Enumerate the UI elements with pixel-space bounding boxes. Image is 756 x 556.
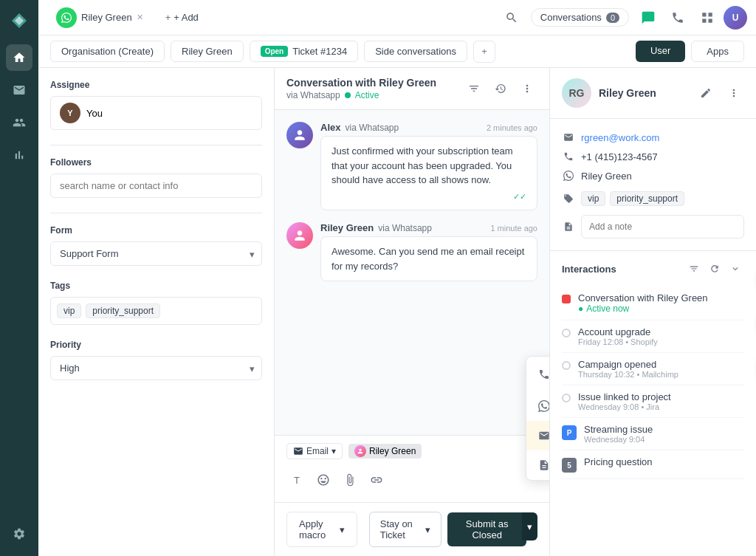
int1-title: Conversation with Riley Green [578,292,744,303]
subtab-apps-btn[interactable]: Apps [691,41,744,62]
contact-tags-row: vip priority_support [562,185,744,212]
compose-bar: Email ▾ Riley Green T [275,435,549,502]
apply-macro-btn[interactable]: Apply macro ▾ [286,512,357,547]
conversations-badge: 0 [606,13,619,23]
subtab-side-conv[interactable]: Side conversations [364,41,467,62]
tags-section: Tags vip priority_support [50,281,262,325]
user-avatar[interactable]: U [724,6,747,30]
contact-tag-vip: vip [581,191,605,206]
dropdown-email[interactable]: Email [526,421,549,450]
sidebar-item-contacts[interactable] [6,109,32,136]
int4-dot [562,394,571,402]
conversations-btn[interactable]: Conversations 0 [531,8,629,27]
form-label: Form [50,225,262,236]
assignee-name: You [86,108,103,119]
filter-icon[interactable] [464,78,484,99]
compose-to-badge[interactable]: Riley Green [348,444,422,459]
conv-title: Conversation with Riley Green [286,77,436,89]
add-label: + Add [173,12,199,23]
sidebar-item-reports[interactable] [6,142,32,168]
edit-contact-btn[interactable] [695,83,716,103]
subtab-org[interactable]: Organisation (Create) [50,41,165,62]
riley-avatar [286,222,313,249]
int6-title: Pricing question [584,456,744,467]
subtab-ticket[interactable]: Open Ticket #1234 [250,41,359,62]
submit-closed-btn[interactable]: Submit as Closed [447,512,526,546]
interaction-6[interactable]: 5 Pricing question [562,450,744,479]
attach-btn[interactable] [340,470,360,490]
history-icon[interactable] [490,78,511,99]
int1-sub-text: Active now [586,303,629,314]
interactions-refresh-icon[interactable] [706,260,724,278]
assignee-section: Assignee Y You [50,80,262,130]
tags-container[interactable]: vip priority_support [50,297,262,325]
compose-top: Email ▾ Riley Green [286,443,537,459]
add-icon: + [165,12,171,23]
dropdown-whatsapp[interactable]: Whatsapp [526,391,549,421]
subtab-add-btn[interactable]: + [473,41,495,63]
priority-section: Priority High ▾ [50,340,262,380]
phone-icon-btn[interactable] [664,4,691,31]
compose-channel-chevron: ▾ [331,446,336,456]
dropdown-call[interactable]: Call Enter a number [526,357,549,391]
contact-email-row: rgreen@work.com [562,128,744,147]
more-icon[interactable] [517,78,537,99]
note-contact-icon [562,220,575,233]
msg2-bubble: Awesome. Can you send me an email receip… [320,236,537,281]
more-contact-btn[interactable] [724,83,744,103]
note-icon [537,458,549,473]
int1-sub: ● Active now [578,303,744,314]
int4-title: Issue linked to project [578,391,744,402]
note-input[interactable] [581,215,744,238]
interaction-1[interactable]: Conversation with Riley Green ● Active n… [562,286,744,320]
msg1-time: 2 minutes ago [487,123,537,132]
msg2-via: via Whatsapp [378,223,432,233]
conv-channel: via Whatsapp [286,90,340,100]
add-tab-btn[interactable]: + + Add [158,9,206,26]
dropdown-internal[interactable]: Internal note [526,450,549,480]
sidebar-item-inbox[interactable] [6,77,32,103]
interaction-3[interactable]: Campaign opened Thursday 10:32 • Mailchi… [562,353,744,385]
subtab-user-btn[interactable]: User [636,41,685,62]
subtab-riley[interactable]: Riley Green [171,41,244,62]
interaction-5[interactable]: P Streaming issue Wednesday 9:04 [562,418,744,450]
submit-dropdown-btn[interactable]: ▾ [522,512,537,540]
sidebar-item-settings[interactable] [6,521,32,547]
int1-body: Conversation with Riley Green ● Active n… [578,292,744,314]
interaction-4[interactable]: Issue linked to project Wednesday 9:08 •… [562,385,744,418]
macro-chevron: ▾ [340,524,345,535]
message-1: Alex via Whatsapp 2 minutes ago Just con… [286,122,537,210]
text-format-btn[interactable]: T [286,470,307,490]
messages-area: Alex via Whatsapp 2 minutes ago Just con… [275,110,549,435]
tab-whatsapp-contact[interactable]: Riley Green ✕ [47,3,152,32]
conv-header-actions [464,78,537,99]
stay-on-ticket-btn[interactable]: Stay on Ticket ▾ [369,512,442,547]
interaction-2[interactable]: Account upgrade Friday 12:08 • Shopify [562,320,744,353]
form-select[interactable]: Support Form [50,241,262,266]
chat-icon-btn[interactable] [635,4,662,31]
contact-tags: vip priority_support [581,188,684,209]
contact-tag-priority: priority_support [610,191,684,206]
interactions-collapse-icon[interactable] [726,260,744,278]
tab-close-btn[interactable]: ✕ [137,13,143,22]
priority-select[interactable]: High [50,356,262,380]
link-btn[interactable] [366,470,387,490]
grid-icon-btn[interactable] [694,4,721,31]
interactions-filter-icon[interactable] [685,260,703,278]
tag-vip: vip [57,303,81,318]
search-btn[interactable] [498,4,525,31]
assignee-box[interactable]: Y You [50,96,262,130]
sidebar-item-home[interactable] [6,44,32,71]
whatsapp-menu-icon [537,399,549,413]
msg2-text: Awesome. Can you send me an email receip… [331,246,524,272]
compose-to-avatar [354,445,366,457]
msg1-tick: ✓✓ [331,191,526,203]
followers-input[interactable] [50,174,262,198]
int5-title: Streaming issue [584,424,744,435]
int3-sub: Thursday 10:32 • Mailchimp [578,370,744,379]
emoji-btn[interactable] [313,470,334,490]
interactions-section: Interactions [550,251,756,488]
compose-channel-label: Email [306,446,329,456]
compose-channel-select[interactable]: Email ▾ [286,443,343,459]
int2-title: Account upgrade [578,326,744,337]
